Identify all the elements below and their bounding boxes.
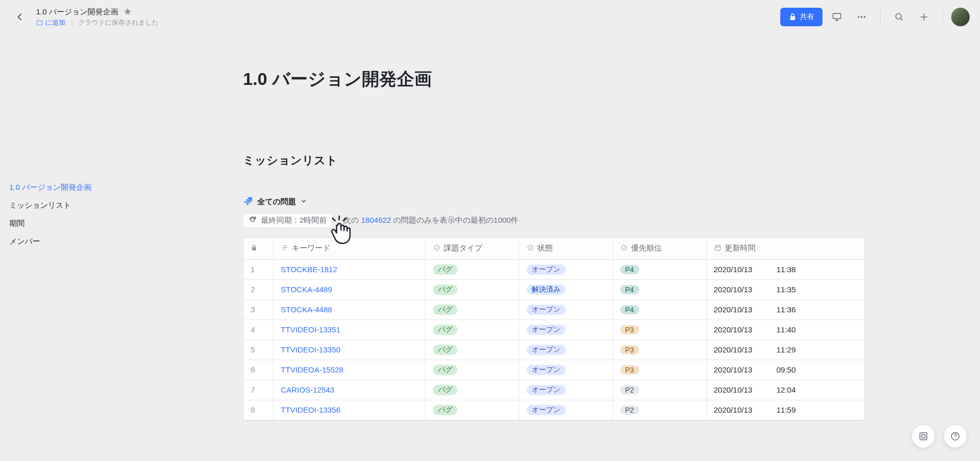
time-cell: 2020/10/1312:04 [706,380,864,400]
type-badge: バグ [433,345,458,355]
svg-rect-16 [715,245,720,250]
svg-rect-21 [922,435,925,438]
issue-key-link[interactable]: STOCKBE-1812 [281,265,338,274]
col-priority-header[interactable]: 優先順位 [612,238,706,259]
priority-badge: P3 [620,345,639,354]
priority-badge: P2 [620,405,639,415]
col-keyword-header[interactable]: キーワード [273,238,425,259]
add-button[interactable] [914,7,934,27]
col-type-header[interactable]: 課題タイプ [425,238,519,259]
plus-icon [919,12,929,22]
user-avatar[interactable] [951,8,970,26]
row-index: 6 [243,360,273,380]
time-cell: 2020/10/1309:50 [706,360,864,380]
svg-point-23 [955,438,955,439]
svg-point-6 [896,13,901,19]
star-button[interactable] [124,7,132,17]
sidebar-item[interactable]: ミッションリスト [7,197,184,215]
lock-icon [251,244,257,253]
table-row: 3STOCKA-4488バグオープンP42020/10/1311:36 [243,299,864,320]
sidebar-item[interactable]: メンバー [7,233,184,251]
issue-key-link[interactable]: STOCKA-4489 [281,285,332,294]
refresh-icon [249,216,257,225]
select-icon [620,243,631,252]
header-right: 共有 [780,7,970,27]
table-row: 7CARIOS-12543バグオープンP22020/10/1312:04 [243,380,864,400]
issue-key-link[interactable]: CARIOS-12543 [281,385,335,394]
svg-point-14 [528,245,533,251]
table-row: 2STOCKA-4489バグ解決済みP42020/10/1311:35 [243,279,864,299]
status-badge: オープン [527,385,566,395]
table-row: 1STOCKBE-1812バグオープンP42020/10/1311:38 [243,259,864,279]
row-index: 1 [243,259,273,279]
issue-key-link[interactable]: TTVIDEOI-13350 [281,345,341,354]
svg-rect-20 [920,433,926,439]
priority-badge: P4 [620,285,639,294]
issue-key-link[interactable]: TTVIDEOA-15528 [281,365,344,374]
present-button[interactable] [827,7,847,27]
save-status: クラウドに保存されました [78,18,159,27]
col-status-header[interactable]: 状態 [519,238,612,259]
star-icon [124,7,132,15]
page-title: 1.0 バージョン開発企画 [243,67,980,91]
content-wrap: 1.0 バージョン開発企画ミッションリスト期間メンバー 1.0 バージョン開発企… [0,34,980,461]
type-badge: バグ [433,365,458,375]
floating-buttons [912,425,967,448]
issue-key-link[interactable]: TTVIDEOI-13351 [281,325,341,334]
share-label: 共有 [800,12,814,22]
priority-badge: P3 [620,365,639,375]
issues-table: キーワード 課題タイプ 状態 優先順位 更新時間 [243,237,865,421]
share-button[interactable]: 共有 [780,8,822,26]
type-badge: バグ [433,285,458,295]
status-badge: オープン [527,405,566,415]
filter-dropdown[interactable]: 全ての問題 [257,197,296,207]
more-button[interactable] [851,7,872,27]
chevron-down-icon [300,198,307,206]
time-cell: 2020/10/1311:59 [706,400,864,420]
outline-sidebar: 1.0 バージョン開発企画ミッションリスト期間メンバー [0,34,184,461]
table-row: 5TTVIDEOI-13350バグオープンP32020/10/1311:29 [243,340,864,360]
issue-key-link[interactable]: STOCKA-4488 [281,305,332,314]
divider [338,217,338,224]
row-index: 4 [243,320,273,340]
sync-box[interactable]: 最終同期：2時間前 [243,213,332,228]
back-button[interactable] [10,7,30,27]
title-block: 1.0 バージョン開発企画 に追加 クラウドに保存されました [36,7,159,27]
doc-title: 1.0 バージョン開発企画 [36,7,118,17]
svg-rect-0 [833,13,841,19]
lock-icon [789,13,797,21]
sync-row: 最終同期：2時間前 次の 1804622 の問題のみを表示中の最初の1000件 [243,213,980,228]
priority-badge: P4 [620,265,639,274]
help-float-button[interactable] [944,425,967,448]
filter-row: 全ての問題 [243,196,980,208]
text-icon [281,243,292,252]
outline-float-button[interactable] [912,425,935,448]
svg-point-13 [434,245,439,251]
chevron-left-icon [15,12,25,22]
add-to-folder-link[interactable]: に追加 [36,18,65,27]
jira-icon [243,196,253,208]
divider [72,20,72,26]
type-badge: バグ [433,405,458,415]
priority-badge: P4 [620,305,639,314]
table-row: 6TTVIDEOA-15528バグオープンP32020/10/1309:50 [243,360,864,380]
sidebar-item[interactable]: 1.0 バージョン開発企画 [7,179,184,197]
status-badge: オープン [527,325,566,335]
divider [942,10,943,24]
header-bar: 1.0 バージョン開発企画 に追加 クラウドに保存されました 共有 [0,0,980,34]
svg-line-7 [901,19,903,21]
sidebar-item[interactable]: 期間 [7,215,184,233]
issue-key-link[interactable]: TTVIDEOI-13356 [281,405,341,414]
section-title: ミッションリスト [243,153,980,168]
type-badge: バグ [433,385,458,395]
select-icon [527,243,537,252]
col-time-header[interactable]: 更新時間 [706,238,864,259]
folder-icon [36,19,43,26]
status-badge: 解決済み [527,285,566,295]
row-index: 5 [243,340,273,360]
status-badge: オープン [527,305,566,315]
table-row: 4TTVIDEOI-13351バグオープンP32020/10/1311:40 [243,320,864,340]
priority-badge: P2 [620,385,639,395]
search-button[interactable] [889,7,909,27]
calendar-icon [714,243,725,252]
